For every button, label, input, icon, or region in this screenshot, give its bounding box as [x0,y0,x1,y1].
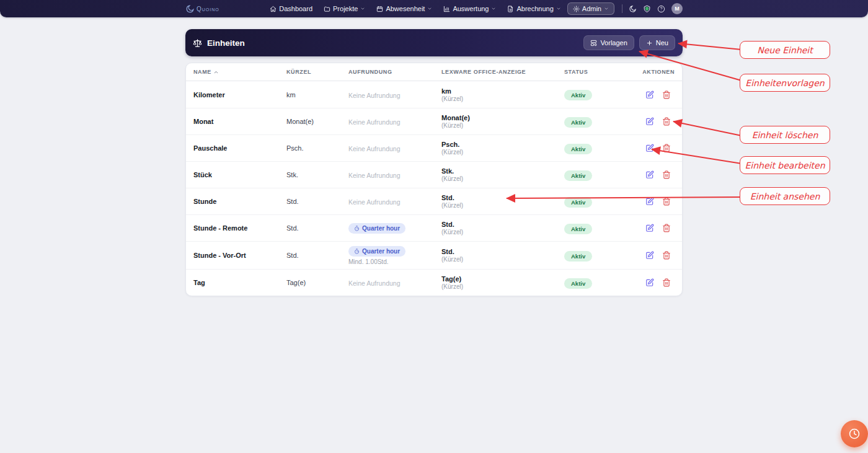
unit-kuerzel: km [286,91,348,99]
unit-status: Aktiv [564,277,639,289]
edit-unit-button[interactable] [645,278,654,287]
chevron-down-icon [491,6,496,11]
chart-icon [443,6,450,12]
column-header-aktionen: AKTIONEN [639,69,675,75]
chevron-down-icon [360,6,365,11]
nav-item-label: Projekte [333,5,358,12]
chevron-down-icon [604,6,609,11]
table-row-stunde[interactable]: StundeStd.Keine AufrundungStd.(Kürzel)Ak… [186,188,682,214]
annotation-neue-einheit: Neue Einheit [740,41,830,59]
delete-unit-button[interactable] [662,251,671,260]
lexware-value: Monat(e) [441,114,564,121]
trash-icon [662,224,671,232]
clock-icon [848,428,861,440]
gear-icon [573,6,580,12]
status-badge: Aktiv [564,251,592,262]
delete-unit-button[interactable] [662,278,671,287]
unit-actions [639,251,675,260]
annotation-einheit-l-schen: Einheit löschen [740,126,830,144]
table-row-tag[interactable]: TagTag(e)Keine AufrundungTag(e)(Kürzel)A… [186,269,682,296]
file-icon [507,6,514,12]
column-header-name[interactable]: NAME [193,69,286,75]
navbar-icon-group: M [622,3,683,14]
edit-unit-button[interactable] [645,224,654,232]
lexware-value: Std. [441,194,564,201]
calendar-icon [376,6,383,12]
unit-kuerzel: Std. [286,224,348,232]
status-badge: Aktiv [564,144,592,154]
unit-kuerzel: Std. [286,252,348,259]
time-tracking-fab[interactable] [841,420,868,447]
unit-actions [639,197,675,206]
folder-icon [324,6,330,12]
unit-kuerzel: Monat(e) [286,118,348,125]
unit-kuerzel: Tag(e) [286,279,348,286]
unit-lexware-anzeige: Std.(Kürzel) [441,244,564,266]
unit-name: Stunde [193,198,286,205]
unit-aufrundung: Keine Aufrundung [348,112,441,131]
minimum-note: Mind. 1.00Std. [348,258,441,265]
template-icon [590,40,597,46]
trash-icon [662,117,671,126]
unit-lexware-anzeige: Std.(Kürzel) [441,190,564,213]
trash-icon [662,251,671,260]
delete-unit-button[interactable] [662,90,671,99]
help-icon[interactable] [657,5,665,13]
table-row-stunde-vor-ort[interactable]: Stunde - Vor-OrtStd.Quarter hourMind. 1.… [186,241,682,269]
home-icon [270,6,277,12]
neu-button[interactable]: Neu [639,35,675,50]
table-row-pauschale[interactable]: PauschalePsch.Keine AufrundungPsch.(Kürz… [186,134,682,161]
annotation-einheit-bearbeiten: Einheit bearbeiten [740,156,830,174]
user-avatar[interactable]: M [671,3,683,14]
column-header-kuerzel[interactable]: KÜRZEL [286,69,348,75]
privacy-shield-icon[interactable] [643,5,651,13]
unit-name: Stück [193,171,286,178]
edit-unit-button[interactable] [645,197,654,206]
delete-unit-button[interactable] [662,197,671,206]
sort-ascending-icon [213,69,219,75]
unit-status: Aktiv [564,222,639,234]
rounding-value: Keine Aufrundung [348,92,401,99]
nav-item-label: Auswertung [453,5,489,12]
dark-mode-toggle-moon-icon[interactable] [629,5,637,13]
table-row-stunde-remote[interactable]: Stunde - RemoteStd.Quarter hourStd.(Kürz… [186,214,682,241]
table-row-st-ck[interactable]: StückStk.Keine AufrundungStk.(Kürzel)Akt… [186,161,682,188]
column-header-aufrundung[interactable]: AUFRUNDUNG [348,69,441,75]
nav-item-projekte[interactable]: Projekte [319,2,370,15]
table-row-monat[interactable]: MonatMonat(e)Keine AufrundungMonat(e)(Kü… [186,108,682,134]
table-row-kilometer[interactable]: KilometerkmKeine Aufrundungkm(Kürzel)Akt… [186,81,682,108]
edit-icon [645,170,654,179]
unit-actions [639,170,675,179]
edit-unit-button[interactable] [645,90,654,99]
nav-item-abwesenheit[interactable]: Abwesenheit [371,2,437,15]
rounding-value: Keine Aufrundung [348,198,401,206]
brand-logo[interactable]: Quoino [185,4,219,14]
status-badge: Aktiv [564,117,592,128]
edit-unit-button[interactable] [645,117,654,126]
lexware-value: Std. [441,221,564,228]
delete-unit-button[interactable] [662,117,671,126]
page-title: Einheiten [207,38,245,48]
unit-status: Aktiv [564,196,639,208]
trash-icon [662,90,671,99]
delete-unit-button[interactable] [662,224,671,232]
edit-icon [645,117,654,126]
nav-item-dashboard[interactable]: Dashboard [265,2,317,15]
vorlagen-button[interactable]: Vorlagen [583,35,634,50]
edit-unit-button[interactable] [645,251,654,260]
unit-status: Aktiv [564,116,639,128]
unit-aufrundung: Keine Aufrundung [348,165,441,184]
nav-item-abrechnung[interactable]: Abrechnung [502,2,565,15]
nav-item-admin[interactable]: Admin [567,2,614,15]
vorlagen-button-label: Vorlagen [600,39,627,46]
edit-unit-button[interactable] [645,144,654,152]
delete-unit-button[interactable] [662,170,671,179]
nav-item-label: Abrechnung [516,5,553,12]
lexware-sub: (Kürzel) [441,202,564,209]
delete-unit-button[interactable] [662,144,671,152]
column-header-status[interactable]: STATUS [564,69,639,75]
unit-actions [639,224,675,232]
edit-unit-button[interactable] [645,170,654,179]
nav-item-auswertung[interactable]: Auswertung [438,2,501,15]
column-header-lexware[interactable]: LEXWARE OFFICE-ANZEIGE [441,69,564,75]
